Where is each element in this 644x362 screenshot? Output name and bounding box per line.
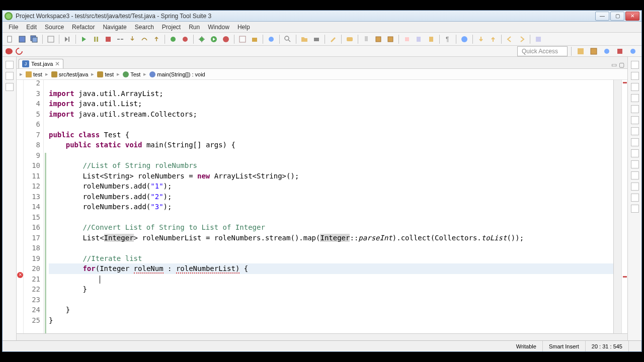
final-button[interactable] bbox=[533, 34, 544, 45]
outline-icon[interactable] bbox=[6, 72, 14, 80]
tab-close-icon[interactable]: ✕ bbox=[55, 60, 60, 67]
link-button[interactable] bbox=[344, 34, 355, 45]
relaunch-button[interactable] bbox=[168, 34, 179, 45]
overview-error-mark[interactable] bbox=[623, 82, 627, 83]
stop-server-button[interactable] bbox=[180, 34, 191, 45]
quick-access-input[interactable]: Quick Access bbox=[517, 46, 568, 56]
new-package-button[interactable] bbox=[249, 34, 260, 45]
folding-ruler[interactable] bbox=[44, 80, 49, 333]
outline-view-icon[interactable] bbox=[631, 72, 639, 80]
breadcrumb-source-folder[interactable]: src/test/java bbox=[51, 71, 89, 77]
debug-dropdown[interactable] bbox=[196, 34, 207, 45]
menu-edit[interactable]: Edit bbox=[22, 23, 41, 32]
toggle-button[interactable] bbox=[45, 34, 56, 45]
maximize-view-icon[interactable]: ▢ bbox=[619, 61, 624, 68]
debug-icon[interactable] bbox=[631, 194, 639, 202]
terminal-icon[interactable] bbox=[631, 183, 639, 191]
search-view-icon[interactable] bbox=[631, 171, 639, 179]
perspective-jee[interactable] bbox=[627, 46, 638, 57]
cut-button[interactable] bbox=[401, 34, 413, 45]
terminate-button[interactable] bbox=[103, 34, 114, 45]
menu-run[interactable]: Run bbox=[185, 23, 204, 32]
package-explorer-icon[interactable] bbox=[6, 61, 14, 69]
new-button[interactable] bbox=[5, 34, 16, 45]
code-editor[interactable]: package test;import java.util.ArrayList;… bbox=[49, 80, 613, 333]
refresh-icon[interactable] bbox=[14, 46, 24, 56]
resume-button[interactable] bbox=[78, 34, 90, 45]
overview-ruler[interactable] bbox=[621, 80, 627, 333]
step-over-button[interactable] bbox=[139, 34, 150, 45]
perspective-debug[interactable] bbox=[575, 46, 586, 57]
skip-button[interactable] bbox=[62, 34, 73, 45]
toolbar-separator bbox=[193, 35, 194, 44]
overview-error-mark[interactable] bbox=[623, 276, 627, 278]
breadcrumb-package[interactable]: test bbox=[97, 71, 114, 77]
task-list-icon[interactable] bbox=[631, 61, 639, 69]
marker-gutter[interactable]: ✕ bbox=[17, 80, 24, 333]
folder-button[interactable] bbox=[299, 34, 310, 45]
open-type-button[interactable] bbox=[266, 34, 277, 45]
secondary-toolbar: Quick Access bbox=[3, 46, 641, 57]
progress-icon[interactable] bbox=[631, 149, 639, 157]
minimap-icon[interactable] bbox=[631, 83, 639, 91]
minimize-button[interactable]: — bbox=[595, 12, 609, 21]
back-button[interactable] bbox=[504, 34, 515, 45]
breadcrumb-method[interactable]: main(String[]) : void bbox=[149, 71, 205, 77]
console-icon[interactable] bbox=[631, 127, 639, 135]
problems-icon[interactable] bbox=[631, 138, 639, 146]
new-java-button[interactable] bbox=[237, 34, 248, 45]
menu-file[interactable]: File bbox=[5, 23, 22, 32]
paste-button[interactable] bbox=[426, 34, 437, 45]
step-into-button[interactable] bbox=[127, 34, 138, 45]
run-dropdown[interactable] bbox=[208, 34, 219, 45]
run-last-button[interactable] bbox=[220, 34, 231, 45]
minimize-view-icon[interactable]: ▭ bbox=[611, 61, 617, 68]
para-button[interactable]: ¶ bbox=[442, 34, 453, 45]
error-marker-icon[interactable]: ✕ bbox=[17, 272, 23, 278]
menu-refactor[interactable]: Refactor bbox=[68, 23, 99, 32]
svg-rect-4 bbox=[48, 36, 54, 42]
suspend-button[interactable] bbox=[91, 34, 102, 45]
menu-source[interactable]: Source bbox=[41, 23, 68, 32]
mark2-button[interactable] bbox=[385, 34, 396, 45]
line-number-ruler[interactable]: 1234567891011121314151617181920212223242… bbox=[24, 80, 44, 333]
save-button[interactable] bbox=[17, 34, 28, 45]
search-button[interactable] bbox=[282, 34, 293, 45]
menu-navigate[interactable]: Navigate bbox=[99, 23, 130, 32]
perspective-git[interactable] bbox=[614, 46, 625, 57]
mark-button[interactable] bbox=[373, 34, 384, 45]
horizontal-scrollbar[interactable] bbox=[17, 333, 627, 340]
git-icon[interactable] bbox=[631, 160, 639, 168]
servers-icon[interactable] bbox=[631, 116, 639, 124]
step-return-button[interactable] bbox=[151, 34, 162, 45]
save-all-button[interactable] bbox=[29, 34, 40, 45]
forward-button[interactable] bbox=[516, 34, 527, 45]
toolbar-separator bbox=[341, 35, 342, 44]
perspective-java[interactable] bbox=[588, 46, 599, 57]
prev-annotation-button[interactable] bbox=[488, 34, 499, 45]
history-icon[interactable] bbox=[631, 205, 639, 213]
svg-rect-1 bbox=[19, 36, 25, 42]
navigator-icon[interactable] bbox=[6, 83, 14, 91]
maximize-button[interactable]: ▢ bbox=[610, 12, 624, 21]
print-button[interactable] bbox=[311, 34, 322, 45]
edit-button[interactable] bbox=[328, 34, 339, 45]
breadcrumb-class[interactable]: Test bbox=[123, 71, 140, 77]
web-button[interactable] bbox=[459, 34, 470, 45]
menu-search[interactable]: Search bbox=[131, 23, 158, 32]
help-icon[interactable] bbox=[631, 94, 639, 102]
disconnect-button[interactable] bbox=[115, 34, 126, 45]
perspective-spring[interactable] bbox=[601, 46, 612, 57]
copy-button[interactable] bbox=[414, 34, 425, 45]
close-button[interactable]: ✕ bbox=[625, 12, 639, 21]
menu-help[interactable]: Help bbox=[233, 23, 254, 32]
editor-tab-test[interactable]: J Test.java ✕ bbox=[19, 59, 63, 68]
menu-project[interactable]: Project bbox=[158, 23, 185, 32]
menu-window[interactable]: Window bbox=[204, 23, 233, 32]
properties-icon[interactable] bbox=[631, 105, 639, 113]
jrebel-icon[interactable] bbox=[6, 48, 13, 54]
next-annotation-button[interactable] bbox=[475, 34, 487, 45]
pin-button[interactable] bbox=[361, 34, 372, 45]
breadcrumb-project[interactable]: test bbox=[26, 71, 42, 77]
vertical-scrollbar[interactable] bbox=[613, 80, 621, 333]
